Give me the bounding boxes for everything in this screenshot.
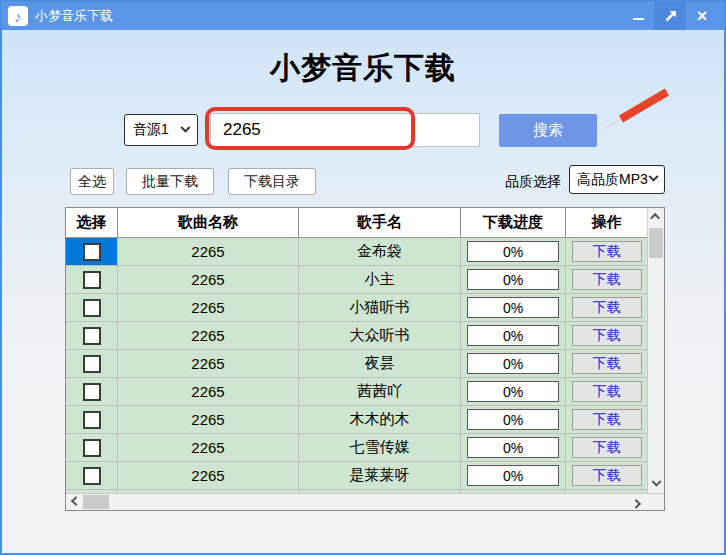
download-button[interactable]: 下载 [572,297,642,318]
progress-cell: 0% [461,350,566,377]
select-cell [66,350,118,377]
song-name-cell: 2265 [118,406,299,433]
action-cell: 下载 [566,266,647,293]
progress-cell: 0% [461,322,566,349]
row-checkbox[interactable] [83,243,101,261]
select-all-button[interactable]: 全选 [70,168,114,195]
song-name-cell: 2265 [118,378,299,405]
artist-name-cell: 木木的木 [299,406,461,433]
header-action: 操作 [566,208,647,237]
chevron-down-icon [649,172,659,182]
select-cell [66,434,118,461]
download-button[interactable]: 下载 [572,409,642,430]
source-select[interactable]: 音源1 [124,114,198,146]
download-dir-button[interactable]: 下载目录 [228,168,316,195]
header-select: 选择 [66,208,118,237]
table-row: 2265七雪传媒0%下载 [66,434,648,462]
artist-name-cell: 茜茜吖 [299,378,461,405]
scroll-left-button[interactable] [66,494,83,510]
progress-box: 0% [467,241,559,262]
page-title: 小梦音乐下载 [2,48,724,89]
action-cell: 下载 [566,378,647,405]
close-button[interactable]: × [686,2,718,30]
quality-select[interactable]: 高品质MP3 [569,165,665,194]
action-cell: 下载 [566,434,647,461]
progress-box: 0% [467,325,559,346]
song-name-cell: 2265 [118,238,299,265]
row-checkbox[interactable] [83,439,101,457]
row-checkbox[interactable] [83,271,101,289]
song-name-cell: 2265 [118,462,299,489]
progress-box: 0% [467,437,559,458]
song-table: 选择 歌曲名称 歌手名 下载进度 操作 2265金布袋0%下载2265小主0%下… [65,207,665,511]
row-checkbox[interactable] [83,411,101,429]
search-input[interactable] [210,113,480,147]
song-name-cell: 2265 [118,434,299,461]
select-cell [66,322,118,349]
artist-name-cell: 小猫听书 [299,294,461,321]
select-cell [66,238,118,265]
row-checkbox[interactable] [83,467,101,485]
table-row: 2265木木的木0%下载 [66,406,648,434]
vertical-scroll-thumb[interactable] [649,228,663,258]
table-header-row: 选择 歌曲名称 歌手名 下载进度 操作 [66,208,648,238]
search-button[interactable]: 搜索 [499,114,597,147]
progress-box: 0% [467,381,559,402]
header-artist-name: 歌手名 [299,208,461,237]
vertical-scrollbar[interactable] [647,208,664,493]
table-body: 2265金布袋0%下载2265小主0%下载2265小猫听书0%下载2265大众听… [66,238,648,493]
chevron-down-icon [651,477,661,487]
progress-cell: 0% [461,462,566,489]
table-row: 2265夜昙0%下载 [66,350,648,378]
action-cell: 下载 [566,462,647,489]
row-checkbox[interactable] [83,355,101,373]
download-button[interactable]: 下载 [572,437,642,458]
close-icon: × [697,7,708,25]
song-name-cell: 2265 [118,266,299,293]
window-controls: × [622,2,718,30]
artist-name-cell: 小主 [299,266,461,293]
song-name-cell: 2265 [118,350,299,377]
horizontal-scroll-thumb[interactable] [83,495,109,509]
table-row: 2265大众听书0%下载 [66,322,648,350]
progress-cell: 0% [461,238,566,265]
action-cell: 下载 [566,350,647,377]
table-row: 2265是莱莱呀0%下载 [66,462,648,490]
maximize-icon [664,10,677,23]
minimize-button[interactable] [622,2,654,30]
progress-cell: 0% [461,294,566,321]
progress-box: 0% [467,409,559,430]
quality-select-value: 高品质MP3 [577,171,648,189]
progress-cell: 0% [461,434,566,461]
artist-name-cell: 是莱莱呀 [299,462,461,489]
download-button[interactable]: 下载 [572,381,642,402]
app-window: ♪ 小梦音乐下载 × 小梦音乐下载 音源1 搜索 [0,0,726,555]
action-cell: 下载 [566,294,647,321]
table-row: 2265茜茜吖0%下载 [66,378,648,406]
progress-cell: 0% [461,406,566,433]
select-cell [66,294,118,321]
row-checkbox[interactable] [83,299,101,317]
table-row: 2265小猫听书0%下载 [66,294,648,322]
row-checkbox[interactable] [83,327,101,345]
download-button[interactable]: 下载 [572,269,642,290]
annotation-arrow-icon [595,86,673,140]
artist-name-cell: 七雪传媒 [299,434,461,461]
scroll-up-button[interactable] [648,208,664,225]
row-checkbox[interactable] [83,383,101,401]
maximize-button[interactable] [654,2,686,30]
download-button[interactable]: 下载 [572,325,642,346]
download-button[interactable]: 下载 [572,353,642,374]
scroll-right-button[interactable] [629,494,646,510]
download-button[interactable]: 下载 [572,465,642,486]
horizontal-scrollbar[interactable] [66,493,664,510]
music-note-icon: ♪ [8,6,28,26]
select-cell [66,378,118,405]
download-button[interactable]: 下载 [572,241,642,262]
batch-download-button[interactable]: 批量下载 [126,168,214,195]
header-progress: 下载进度 [461,208,566,237]
select-cell [66,462,118,489]
select-cell [66,406,118,433]
progress-box: 0% [467,353,559,374]
scroll-down-button[interactable] [648,476,664,493]
